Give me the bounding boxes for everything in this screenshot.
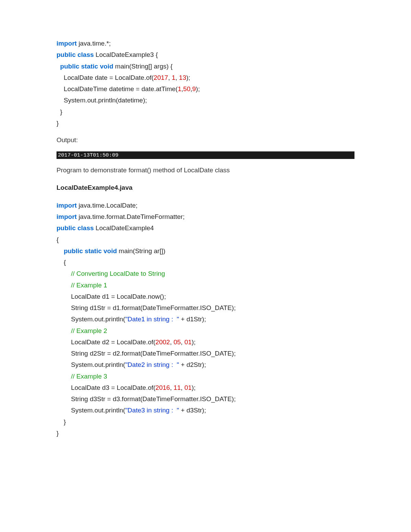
code-text: java.time.LocalDate; — [77, 202, 143, 209]
keyword-public: public — [60, 63, 79, 70]
code-text: , — [168, 74, 172, 81]
code-text: ); — [192, 338, 201, 346]
keyword-public: public — [57, 51, 76, 58]
number-literal: 11 — [174, 384, 181, 391]
code-text: } — [57, 120, 66, 127]
code-text: LocalDate d2 = LocalDate.of( — [57, 338, 155, 346]
code-text — [57, 282, 71, 289]
code-text: LocalDate date = LocalDate.of( — [57, 74, 154, 81]
keyword-import: import — [57, 202, 77, 209]
code-text: LocalDateTime datetime = date.atTime( — [57, 85, 178, 92]
code-text: main(String ar[]) — [117, 247, 171, 255]
code-text: , — [170, 338, 174, 346]
code-text: } — [57, 418, 71, 425]
code-text: ); — [196, 85, 211, 92]
number-literal: 05 — [174, 338, 181, 346]
code-text: java.time.format.DateTimeFormatter; — [77, 213, 190, 220]
code-text: main(String[] args) { — [113, 63, 176, 70]
number-literal: 2017 — [154, 74, 168, 81]
code-text: } — [57, 108, 70, 115]
code-text: System.out.println( — [57, 316, 125, 323]
code-text: , — [170, 384, 174, 391]
number-literal: 1 — [178, 85, 182, 92]
code-block-1: import java.time.*; public class LocalDa… — [57, 38, 356, 129]
number-literal: 01 — [184, 384, 191, 391]
description-text: Program to demonstrate format() method o… — [57, 165, 356, 175]
code-text — [57, 247, 64, 255]
keyword-void: void — [103, 247, 117, 255]
file-heading: LocalDateExample4.java — [57, 184, 356, 191]
keyword-public: public — [57, 224, 76, 232]
code-text: , — [181, 384, 185, 391]
number-literal: 01 — [184, 338, 191, 346]
code-text: ); — [186, 74, 194, 81]
keyword-class: class — [77, 51, 94, 58]
code-text: String d1Str = d1.format(DateTimeFormatt… — [57, 304, 241, 311]
code-text: } — [57, 430, 62, 437]
string-literal: "Date2 in string : " — [125, 361, 179, 368]
code-text — [57, 63, 60, 70]
code-block-2: import java.time.LocalDate; import java.… — [57, 200, 356, 439]
code-text: System.out.println( — [57, 361, 125, 368]
code-text: java.time.*; — [77, 40, 114, 47]
keyword-static: static — [81, 63, 98, 70]
number-literal: 9 — [192, 85, 196, 92]
code-text: { — [57, 259, 71, 266]
keyword-import: import — [57, 213, 77, 220]
code-text: + d3Str); — [179, 407, 212, 414]
code-text — [57, 373, 71, 380]
keyword-public: public — [64, 247, 83, 255]
code-text: , — [175, 74, 179, 81]
comment: // Converting LocalDate to String — [71, 270, 165, 277]
code-text: LocalDateExample3 { — [94, 51, 162, 58]
output-block: 2017-01-13T01:50:09 — [57, 151, 354, 159]
code-text: System.out.println( — [57, 407, 125, 414]
code-text — [57, 327, 71, 334]
keyword-static: static — [85, 247, 102, 255]
string-literal: "Date3 in string : " — [125, 407, 179, 414]
number-literal: 2002 — [155, 338, 170, 346]
code-text: LocalDate d1 = LocalDate.now(); — [57, 293, 171, 300]
number-literal: 13 — [179, 74, 186, 81]
code-text: { — [57, 236, 64, 243]
code-text: LocalDateExample4 — [94, 224, 159, 232]
code-text: , — [181, 338, 185, 346]
number-literal: 2016 — [155, 384, 170, 391]
document-page: import java.time.*; public class LocalDa… — [0, 0, 411, 473]
code-text — [57, 270, 71, 277]
keyword-import: import — [57, 40, 77, 47]
comment: // Example 2 — [71, 327, 111, 334]
code-text: ); — [192, 384, 201, 391]
number-literal: 1 — [172, 74, 175, 81]
number-literal: 50 — [183, 85, 190, 92]
code-text: String d3Str = d3.format(DateTimeFormatt… — [57, 395, 241, 403]
string-literal: "Date1 in string : " — [125, 316, 179, 323]
output-label: Output: — [57, 135, 356, 145]
code-text: LocalDate d3 = LocalDate.of( — [57, 384, 155, 391]
comment: // Example 3 — [71, 373, 111, 380]
code-text: + d1Str); — [179, 316, 212, 323]
keyword-class: class — [77, 224, 94, 232]
comment: // Example 1 — [71, 282, 111, 289]
code-text: System.out.println(datetime); — [57, 97, 154, 104]
keyword-void: void — [100, 63, 113, 70]
code-text: String d2Str = d2.format(DateTimeFormatt… — [57, 350, 241, 357]
code-text: + d2Str); — [179, 361, 212, 368]
